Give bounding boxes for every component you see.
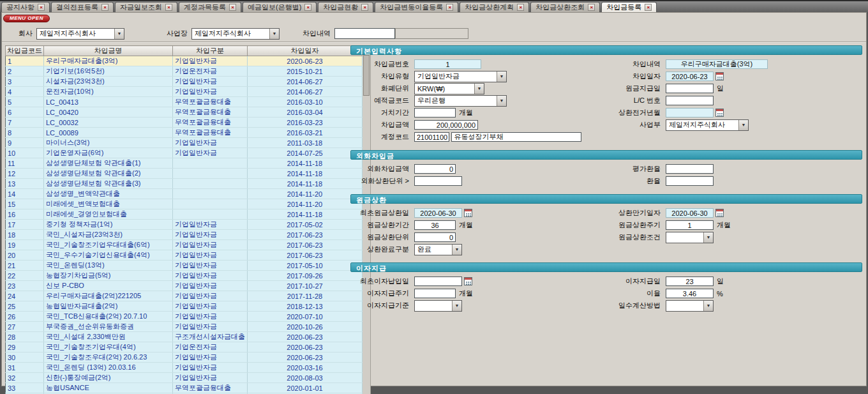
loan-row[interactable]: 24우리구매자금대출(2억)221205기업일반자금2017-11-28: [6, 291, 363, 301]
loan-cell[interactable]: 구조개선시설자금대출: [173, 332, 248, 342]
loan-no-field[interactable]: 1: [414, 59, 481, 69]
loan-cell[interactable]: 2014-11-20: [248, 199, 363, 209]
loan-cell[interactable]: 기업일반자금: [173, 312, 248, 322]
loan-cell[interactable]: 2011-03-18: [248, 138, 363, 148]
loan-cell[interactable]: 기업일반자금: [173, 301, 248, 312]
tab-close-icon[interactable]: ×: [517, 4, 524, 11]
loan-cell[interactable]: [173, 189, 248, 199]
tab-자금일보조회[interactable]: 자금일보조회×: [115, 2, 177, 12]
loan-cell[interactable]: 신한(-)통장예금(2억): [44, 373, 173, 383]
loan-cell[interactable]: [173, 199, 248, 209]
loan-cell[interactable]: 2020-06-23: [248, 56, 363, 66]
repay-complete-select[interactable]: 완료 ▼: [414, 244, 462, 255]
loan-cell[interactable]: 2014-11-18: [248, 158, 363, 169]
loan-row[interactable]: 28국민_시설대 2,330백만원구조개선시설자금대출2020-06-23: [6, 332, 363, 342]
loan-cell[interactable]: 2016-03-23: [248, 117, 363, 128]
pre-repay-ym-field[interactable]: [666, 108, 714, 117]
loan-desc-field[interactable]: 우리구매자금대출(3억): [666, 59, 768, 69]
tab-결의전표등록[interactable]: 결의전표등록×: [51, 2, 114, 12]
loan-cell[interactable]: 무역포괄금융대출: [173, 107, 248, 117]
loan-cell[interactable]: 국민_시설자금(23억3천): [44, 230, 173, 240]
tab-close-icon[interactable]: ×: [229, 4, 236, 11]
loan-row[interactable]: 10기업운영자금(6억)기업일반자금2014-07-25: [6, 148, 363, 158]
loan-row[interactable]: 14삼성생명_변액약관대출2014-11-20: [6, 189, 363, 199]
loan-cell[interactable]: 국민_우수기술기업신용대출(4억): [44, 250, 173, 261]
calendar-icon[interactable]: [464, 209, 472, 217]
loan-cell[interactable]: 기업일반자금: [173, 363, 248, 373]
loan-cell[interactable]: [173, 158, 248, 169]
loan-row[interactable]: 20국민_우수기술기업신용대출(4억)기업일반자금2017-06-23: [6, 250, 363, 261]
loan-row[interactable]: 8LC_00089무역포괄금융대출2016-03-21: [6, 128, 363, 138]
repay-condition-select[interactable]: ▼: [666, 232, 714, 243]
loan-cell[interactable]: 국민_기술창조기업우대대출(6억): [44, 240, 173, 250]
loan-cell[interactable]: 무역포괄금융대출: [173, 117, 248, 128]
loan-cell[interactable]: 1: [6, 56, 44, 66]
loan-cell[interactable]: 미래에셋_경영인보험대출: [44, 209, 173, 220]
tab-차입금현황[interactable]: 차입금현황×: [318, 2, 373, 12]
loan-cell[interactable]: 2020-06-23: [248, 352, 363, 363]
tab-공지사항[interactable]: 공지사항×: [1, 2, 50, 12]
loan-cell[interactable]: 8: [6, 128, 44, 138]
loan-row[interactable]: 6LC_00420무역포괄금융대출2016-03-04: [6, 107, 363, 117]
calendar-icon[interactable]: [715, 72, 724, 80]
loan-cell[interactable]: LC_00413: [44, 97, 173, 107]
loan-cell[interactable]: 무역포괄금융대출: [173, 128, 248, 138]
loan-cell[interactable]: 33: [6, 383, 44, 393]
loan-cell[interactable]: 30: [6, 352, 44, 363]
loan-row[interactable]: 3시설자금(23억3천)기업일반자금2014-06-27: [6, 77, 363, 87]
col-header-loan-date[interactable]: 차입일자: [248, 46, 363, 56]
loan-cell[interactable]: 기업일반자금: [173, 250, 248, 261]
loan-row[interactable]: 12삼성생명단체보험 약관대출(2)2014-11-18: [6, 169, 363, 179]
loan-cell[interactable]: 2014-06-27: [248, 87, 363, 97]
loan-cell[interactable]: 13: [6, 179, 44, 189]
loan-cell[interactable]: 2017-06-23: [248, 250, 363, 261]
calendar-icon[interactable]: [715, 109, 724, 117]
loan-cell[interactable]: 3: [6, 77, 44, 87]
loan-row[interactable]: 11삼성생명단체보험 약관대출(1)2014-11-18: [6, 158, 363, 169]
loan-cell[interactable]: 미래에셋_변액보험대출: [44, 199, 173, 209]
loan-row[interactable]: 23신보 P-CBO기업일반자금2017-10-27: [6, 281, 363, 291]
loan-cell[interactable]: 2014-11-18: [248, 179, 363, 189]
maturity-date-field[interactable]: 2020-06-30: [666, 208, 714, 218]
loan-cell[interactable]: 기업일반자금: [173, 77, 248, 87]
loan-cell[interactable]: 9: [6, 138, 44, 148]
loan-cell[interactable]: 2017-06-23: [248, 230, 363, 240]
loan-cell[interactable]: 농협일반자금대출(2억): [44, 301, 173, 312]
loan-cell[interactable]: 2014-11-20: [248, 189, 363, 199]
loan-cell[interactable]: LC_00420: [44, 107, 173, 117]
interest-basis-select[interactable]: ▼: [414, 300, 462, 312]
loan-cell[interactable]: 국민_기술창조우대(2억) 20.6.23: [44, 352, 173, 363]
tab-예금일보(은행별)[interactable]: 예금일보(은행별)×: [243, 2, 317, 12]
loan-row[interactable]: 15미래에셋_변액보험대출2014-11-20: [6, 199, 363, 209]
loan-cell[interactable]: 2014-11-18: [248, 169, 363, 179]
loan-cell[interactable]: 기업일반자금: [173, 322, 248, 332]
loan-row[interactable]: 13삼성생명단체보험 약관대출(3)2014-11-18: [6, 179, 363, 189]
loan-cell[interactable]: 2020-06-23: [248, 342, 363, 352]
repay-period-field[interactable]: 36: [414, 220, 456, 230]
loan-cell[interactable]: 27: [6, 322, 44, 332]
loan-cell[interactable]: 중기청 정책자금(1억): [44, 220, 173, 230]
loan-cell[interactable]: 삼성생명_변액약관대출: [44, 189, 173, 199]
loan-type-select[interactable]: 기업일반자금 ▼: [414, 71, 507, 82]
loan-row[interactable]: 9마이너스(3억)기업일반자금2011-03-18: [6, 138, 363, 148]
loan-cell[interactable]: 2017-09-26: [248, 271, 363, 281]
principal-pay-day-field[interactable]: [666, 84, 714, 93]
loan-cell[interactable]: 14: [6, 189, 44, 199]
loan-row[interactable]: 2기업기보(16억5천)기업운전자금2015-10-21: [6, 66, 363, 77]
loan-cell[interactable]: 기업일반자금: [173, 220, 248, 230]
loan-cell[interactable]: 국민_TCB신용대출(2억) 20.7.10: [44, 312, 173, 322]
loan-cell[interactable]: 기업운영자금(6억): [44, 148, 173, 158]
loan-row[interactable]: 7LC_00032무역포괄금융대출2016-03-23: [6, 117, 363, 128]
loan-cell[interactable]: 2016-03-04: [248, 107, 363, 117]
loan-row[interactable]: 17중기청 정책자금(1억)기업일반자금2017-05-02: [6, 220, 363, 230]
loan-cell[interactable]: 2016-03-21: [248, 128, 363, 138]
loan-cell[interactable]: 2014-07-25: [248, 148, 363, 158]
loan-cell[interactable]: 2017-10-27: [248, 281, 363, 291]
loan-cell[interactable]: 20: [6, 250, 44, 261]
loan-row[interactable]: 32신한(-)통장예금(2억)기업일반자금2020-08-03: [6, 373, 363, 383]
loan-cell[interactable]: 기업일반자금: [173, 56, 248, 66]
tab-close-icon[interactable]: ×: [446, 4, 453, 11]
loan-cell[interactable]: 국민_시설대 2,330백만원: [44, 332, 173, 342]
loan-cell[interactable]: 마이너스(3억): [44, 138, 173, 148]
loan-row[interactable]: 21국민_온렌딩(13억)기업일반자금2017-05-10: [6, 261, 363, 271]
